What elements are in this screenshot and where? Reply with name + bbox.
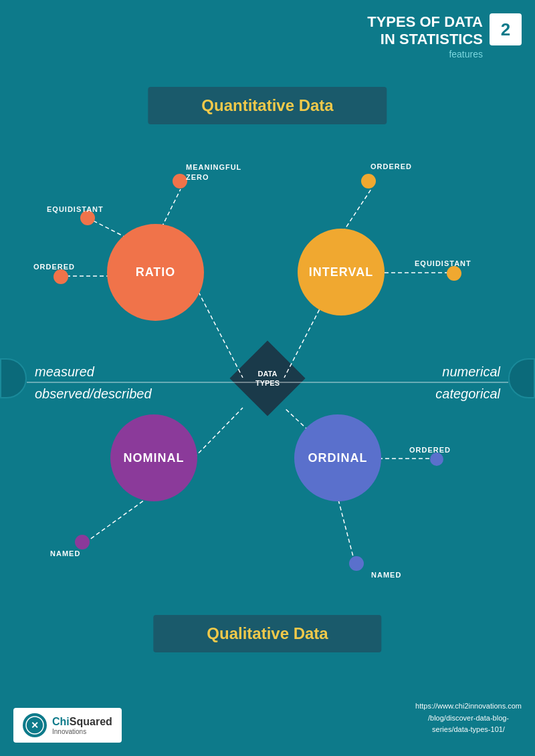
left-half-circle <box>0 358 27 398</box>
ordinal-circle: ORDINAL <box>294 414 381 501</box>
interval-equidistant-dot <box>447 266 461 281</box>
interval-equidistant-label: EQUIDISTANT <box>415 259 471 267</box>
title-block: TYPES OF DATA IN STATISTICS features <box>367 13 483 59</box>
interval-circle: INTERVAL <box>298 229 385 316</box>
ordinal-ordered-label: ORDERED <box>409 446 451 454</box>
nominal-named-dot <box>75 535 90 549</box>
nominal-circle: NOMINAL <box>110 414 197 501</box>
interval-ordered-dot <box>361 174 376 188</box>
logo-icon: ✕ <box>23 713 47 737</box>
logo-area: ✕ ChiSquared Innovations <box>13 708 122 743</box>
interval-ordered-label: ORDERED <box>370 162 412 170</box>
svg-text:✕: ✕ <box>31 720 39 731</box>
ratio-meaningful-zero-dot <box>173 174 187 188</box>
ordinal-named-dot <box>349 556 364 571</box>
logo-text: ChiSquared Innovations <box>52 716 112 735</box>
categorical-label: categorical <box>435 386 500 402</box>
quantitative-banner: Quantitative Data <box>148 87 387 124</box>
title-subtitle: features <box>367 49 483 59</box>
svg-line-7 <box>338 500 354 561</box>
ordinal-ordered-dot <box>430 453 443 466</box>
ratio-equidistant-label: EQUIDISTANT <box>47 205 104 213</box>
svg-line-5 <box>87 493 154 541</box>
right-half-circle <box>508 358 535 398</box>
qualitative-banner: Qualitative Data <box>153 615 381 652</box>
ratio-meaningful-zero-label: MEANINGFULZERO <box>186 162 241 183</box>
title-line2: IN STATISTICS <box>367 31 483 48</box>
page-number: 2 <box>490 13 522 45</box>
center-diamond-label: DATATYPES <box>255 368 280 388</box>
svg-line-10 <box>194 408 243 458</box>
measured-label: measured <box>35 364 94 380</box>
title-line1: TYPES OF DATA <box>367 13 483 31</box>
ratio-ordered-dot <box>54 269 68 284</box>
numerical-label: numerical <box>442 364 500 380</box>
observed-label: observed/described <box>35 386 152 402</box>
ratio-circle: RATIO <box>107 224 204 321</box>
logo-subtext: Innovations <box>52 728 112 735</box>
nominal-named-label: NAMED <box>50 549 80 557</box>
ratio-ordered-label: ORDERED <box>33 263 75 271</box>
ordinal-named-label: NAMED <box>371 571 401 579</box>
url-text: https://www.chi2innovations.com/blog/dis… <box>415 701 522 736</box>
header: TYPES OF DATA IN STATISTICS features 2 <box>367 13 522 59</box>
